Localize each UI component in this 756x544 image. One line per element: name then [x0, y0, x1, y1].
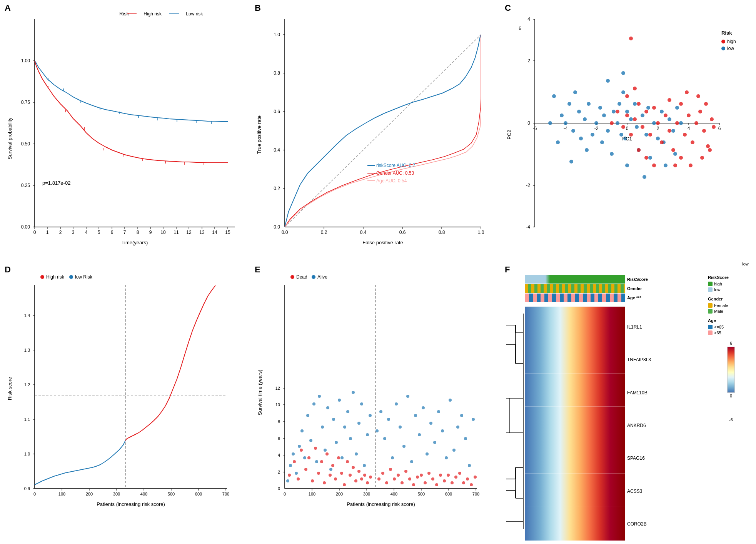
svg-point-298	[338, 399, 341, 402]
svg-text:0: 0	[626, 126, 629, 131]
riskscore-label: RiskScore	[627, 277, 648, 282]
svg-point-153	[648, 156, 652, 160]
svg-point-354	[346, 460, 349, 463]
svg-text:4: 4	[278, 453, 280, 457]
svg-point-137	[600, 140, 604, 144]
svg-point-356	[352, 466, 355, 469]
svg-text:12: 12	[186, 230, 192, 235]
svg-point-371	[408, 477, 411, 481]
svg-point-290	[315, 460, 318, 463]
svg-point-172	[610, 121, 614, 125]
svg-point-376	[427, 472, 431, 475]
panel-b-svg: 0.0 0.2 0.4 0.6 0.8 1.0 0.0 0.2 0.4 0.6 …	[254, 4, 496, 254]
svg-point-388	[474, 476, 477, 479]
svg-point-181	[648, 133, 652, 137]
svg-point-182	[652, 106, 656, 110]
svg-point-192	[691, 140, 694, 144]
svg-point-170	[606, 79, 610, 83]
svg-point-325	[433, 441, 436, 444]
svg-text:300: 300	[113, 492, 120, 496]
svg-text:1.1: 1.1	[24, 417, 30, 422]
legend-low-c: low	[727, 46, 734, 51]
svg-point-319	[410, 460, 413, 463]
panel-c-svg: -4 -2 0 2 4 6 -6 -4 -2 0 2 4 6	[504, 4, 756, 254]
legend-age-gt65: >65	[714, 330, 721, 335]
svg-point-150	[641, 113, 644, 117]
svg-point-141	[610, 152, 614, 156]
y-axis-label-d: Risk score	[7, 377, 13, 400]
svg-point-284	[298, 445, 301, 448]
svg-point-370	[404, 470, 407, 473]
svg-text:9: 9	[149, 230, 152, 235]
legend-high-a: — High risk	[138, 11, 162, 17]
svg-point-200	[689, 164, 693, 167]
svg-point-312	[383, 437, 386, 440]
svg-point-305	[357, 422, 360, 425]
svg-point-387	[470, 483, 473, 486]
svg-point-375	[424, 481, 427, 484]
svg-point-151	[644, 133, 648, 137]
svg-text:4: 4	[688, 126, 690, 131]
svg-text:200: 200	[86, 492, 93, 496]
svg-point-296	[332, 418, 335, 421]
svg-text:2: 2	[527, 58, 530, 63]
svg-point-247	[290, 275, 294, 279]
svg-point-380	[443, 479, 446, 482]
svg-point-155	[656, 137, 660, 140]
svg-text:12: 12	[275, 386, 280, 390]
svg-point-156	[660, 110, 664, 113]
svg-text:400: 400	[140, 492, 147, 496]
panel-c-label: C	[505, 3, 511, 13]
svg-point-339	[300, 449, 303, 452]
svg-point-124	[567, 102, 571, 106]
svg-text:0.8: 0.8	[274, 70, 280, 76]
svg-point-138	[612, 110, 616, 113]
svg-point-131	[585, 148, 589, 152]
svg-text:0.6: 0.6	[399, 230, 406, 235]
svg-point-178	[637, 102, 641, 106]
panel-a-svg: Risk — High risk — Low risk 0.00 0.25 0.…	[4, 4, 246, 254]
svg-text:600: 600	[195, 492, 202, 496]
svg-point-164	[573, 90, 577, 94]
svg-point-386	[466, 477, 469, 481]
svg-point-302	[349, 437, 352, 440]
svg-text:5: 5	[98, 230, 100, 235]
svg-text:-6: -6	[533, 126, 537, 131]
svg-point-334	[468, 464, 471, 467]
svg-point-374	[420, 474, 423, 477]
svg-point-121	[721, 47, 725, 50]
svg-point-338	[297, 477, 300, 481]
svg-point-125	[564, 121, 567, 125]
svg-text:0: 0	[527, 120, 530, 126]
svg-point-185	[664, 113, 668, 117]
svg-text:100: 100	[58, 492, 65, 496]
svg-point-300	[343, 426, 346, 429]
svg-point-197	[710, 117, 714, 121]
panel-e: E Dead Alive 0 2 4 6 8 10 12	[250, 262, 500, 544]
svg-point-335	[472, 418, 475, 421]
svg-point-383	[454, 476, 457, 479]
svg-point-173	[616, 110, 619, 113]
svg-text:14: 14	[212, 230, 217, 235]
svg-point-369	[401, 481, 404, 484]
svg-point-306	[360, 402, 363, 405]
legend-rs-low: low	[714, 287, 721, 292]
svg-text:1: 1	[46, 230, 49, 235]
gene-label-2: FAM110B	[627, 390, 704, 395]
svg-point-148	[635, 125, 639, 129]
svg-point-183	[656, 121, 660, 125]
svg-text:10: 10	[275, 402, 280, 407]
gender-label: Gender	[627, 286, 642, 291]
svg-point-211	[668, 98, 671, 102]
legend-low-d: low Risk	[75, 274, 93, 280]
legend-low-a: — Low risk	[180, 11, 203, 17]
svg-point-362	[369, 476, 372, 479]
svg-text:1.0: 1.0	[24, 452, 30, 456]
svg-text:2: 2	[657, 126, 659, 131]
svg-point-355	[349, 474, 352, 477]
svg-text:200: 200	[336, 492, 343, 496]
svg-text:11: 11	[174, 230, 179, 235]
svg-text:8: 8	[137, 230, 139, 235]
svg-point-314	[391, 456, 394, 459]
legend-alive-e: Alive	[317, 274, 327, 280]
